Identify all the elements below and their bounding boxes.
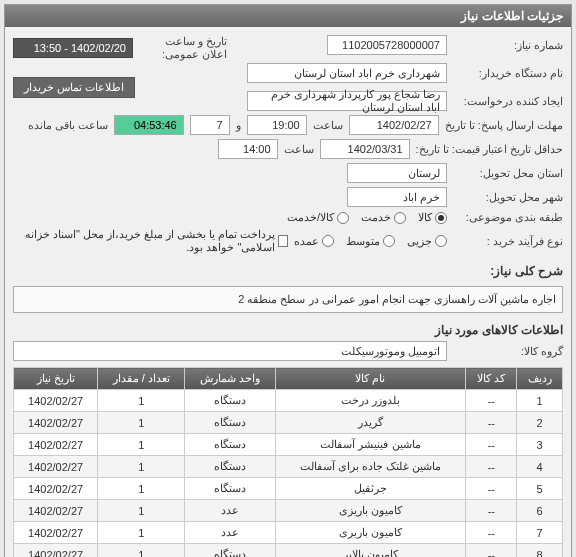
radio-dot-icon <box>383 235 395 247</box>
desc-title: شرح کلی نیاز: <box>13 260 563 282</box>
col-header[interactable]: تعداد / مقدار <box>98 368 185 390</box>
announce-label: تاریخ و ساعت اعلان عمومی: <box>139 35 227 61</box>
cell-name: ماشین غلتک جاده برای آسفالت <box>275 456 466 478</box>
radio-minor[interactable]: جزیی <box>407 235 447 248</box>
time-label-1: ساعت <box>313 119 343 132</box>
cell-unit: عدد <box>185 500 275 522</box>
cell-code: -- <box>466 390 517 412</box>
radio-dot-icon <box>435 235 447 247</box>
cell-name: جرثقیل <box>275 478 466 500</box>
pay-checkbox[interactable]: پرداخت تمام یا بخشی از مبلغ خرید،از محل … <box>13 228 288 254</box>
table-row[interactable]: 2--گریدردستگاه11402/02/27 <box>14 412 563 434</box>
cell-idx: 1 <box>517 390 563 412</box>
cell-code: -- <box>466 412 517 434</box>
buyer-label: نام دستگاه خریدار: <box>453 67 563 80</box>
cell-idx: 8 <box>517 544 563 558</box>
contact-button[interactable]: اطلاعات تماس خریدار <box>13 77 135 98</box>
cell-code: -- <box>466 544 517 558</box>
remain-label: ساعت باقی مانده <box>28 119 108 132</box>
cell-idx: 5 <box>517 478 563 500</box>
table-row[interactable]: 1--بلدوزر درختدستگاه11402/02/27 <box>14 390 563 412</box>
radio-major[interactable]: عمده <box>294 235 334 248</box>
city-label: شهر محل تحویل: <box>453 191 563 204</box>
radio-dot-icon <box>394 212 406 224</box>
cell-name: کامیون بالابر <box>275 544 466 558</box>
cell-unit: دستگاه <box>185 544 275 558</box>
cell-idx: 3 <box>517 434 563 456</box>
cell-name: کامیون باریزی <box>275 500 466 522</box>
table-row[interactable]: 8--کامیون بالابردستگاه11402/02/27 <box>14 544 563 558</box>
cell-qty: 1 <box>98 478 185 500</box>
radio-dot-icon <box>322 235 334 247</box>
cell-date: 1402/02/27 <box>14 412 98 434</box>
cell-unit: دستگاه <box>185 390 275 412</box>
cell-code: -- <box>466 478 517 500</box>
items-header: اطلاعات کالاهای مورد نیاز <box>13 319 563 341</box>
cell-qty: 1 <box>98 434 185 456</box>
cell-unit: عدد <box>185 522 275 544</box>
cell-code: -- <box>466 522 517 544</box>
cell-code: -- <box>466 456 517 478</box>
radio-service[interactable]: خدمت <box>361 211 406 224</box>
time-label-2: ساعت <box>284 143 314 156</box>
cell-unit: دستگاه <box>185 412 275 434</box>
cell-date: 1402/02/27 <box>14 522 98 544</box>
group-label: گروه کالا: <box>453 345 563 358</box>
radio-goods-service[interactable]: کالا/خدمت <box>287 211 349 224</box>
cell-date: 1402/02/27 <box>14 456 98 478</box>
table-row[interactable]: 4--ماشین غلتک جاده برای آسفالتدستگاه1140… <box>14 456 563 478</box>
cell-idx: 6 <box>517 500 563 522</box>
cell-name: ماشین فینیشر آسفالت <box>275 434 466 456</box>
panel-title: جزئیات اطلاعات نیاز <box>5 5 571 27</box>
cell-qty: 1 <box>98 544 185 558</box>
table-row[interactable]: 7--کامیون باربریعدد11402/02/27 <box>14 522 563 544</box>
buy-type-radio-group: جزیی متوسط عمده <box>294 235 447 248</box>
category-label: طبقه بندی موضوعی: <box>453 211 563 224</box>
cell-idx: 4 <box>517 456 563 478</box>
col-header[interactable]: تاریخ نیاز <box>14 368 98 390</box>
category-radio-group: کالا خدمت کالا/خدمت <box>287 211 447 224</box>
cell-qty: 1 <box>98 500 185 522</box>
cell-date: 1402/02/27 <box>14 500 98 522</box>
cell-qty: 1 <box>98 390 185 412</box>
cell-qty: 1 <box>98 412 185 434</box>
announce-field: 1402/02/20 - 13:50 <box>13 38 133 58</box>
cell-name: کامیون باربری <box>275 522 466 544</box>
table-row[interactable]: 6--کامیون باریزیعدد11402/02/27 <box>14 500 563 522</box>
items-table: ردیفکد کالانام کالاواحد شمارشتعداد / مقد… <box>13 367 563 557</box>
cell-name: بلدوزر درخت <box>275 390 466 412</box>
requester-label: ایجاد کننده درخواست: <box>453 95 563 108</box>
cell-idx: 2 <box>517 412 563 434</box>
cell-unit: دستگاه <box>185 434 275 456</box>
radio-dot-icon <box>337 212 349 224</box>
need-no-field: 1102005728000007 <box>327 35 447 55</box>
table-row[interactable]: 3--ماشین فینیشر آسفالتدستگاه11402/02/27 <box>14 434 563 456</box>
details-panel: جزئیات اطلاعات نیاز شماره نیاز: 11020057… <box>4 4 572 557</box>
checkbox-icon <box>278 235 288 247</box>
cell-date: 1402/02/27 <box>14 478 98 500</box>
radio-goods[interactable]: کالا <box>418 211 447 224</box>
col-header[interactable]: ردیف <box>517 368 563 390</box>
cell-code: -- <box>466 434 517 456</box>
validity-time-field: 14:00 <box>218 139 278 159</box>
cell-date: 1402/02/27 <box>14 390 98 412</box>
buy-type-label: نوع فرآیند خرید : <box>453 235 563 248</box>
desc-box: اجاره ماشین آلات راهسازی جهت انجام امور … <box>13 286 563 313</box>
city-field: خرم اباد <box>347 187 447 207</box>
table-row[interactable]: 5--جرثقیلدستگاه11402/02/27 <box>14 478 563 500</box>
need-no-label: شماره نیاز: <box>453 39 563 52</box>
remaining-time-field: 04:53:46 <box>114 115 184 135</box>
col-header[interactable]: واحد شمارش <box>185 368 275 390</box>
radio-dot-icon <box>435 212 447 224</box>
requester-field: رضا شجاع پور کارپرداز شهرداری خرم اباد ا… <box>247 91 447 111</box>
col-header[interactable]: کد کالا <box>466 368 517 390</box>
validity-date-field: 1402/03/31 <box>320 139 410 159</box>
cell-qty: 1 <box>98 522 185 544</box>
cell-date: 1402/02/27 <box>14 544 98 558</box>
cell-unit: دستگاه <box>185 478 275 500</box>
cell-qty: 1 <box>98 456 185 478</box>
col-header[interactable]: نام کالا <box>275 368 466 390</box>
radio-medium[interactable]: متوسط <box>346 235 395 248</box>
cell-code: -- <box>466 500 517 522</box>
group-field: اتومبیل وموتورسیکلت <box>13 341 447 361</box>
